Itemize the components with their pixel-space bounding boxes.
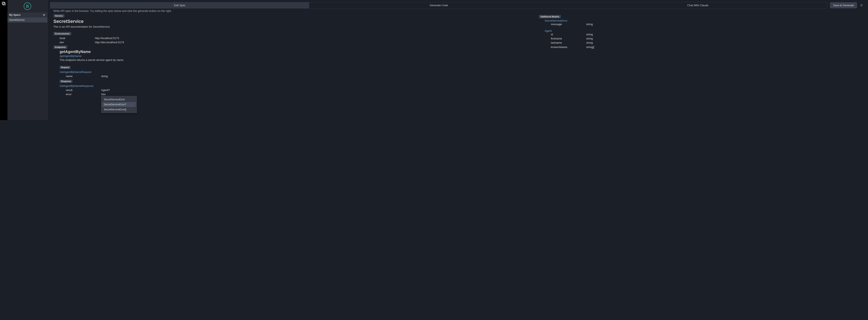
copy-icon[interactable] bbox=[1, 1, 6, 6]
logo-icon bbox=[24, 2, 31, 10]
endpoint-description[interactable]: This endpoint returns a secret service a… bbox=[60, 58, 522, 61]
suggestion-label: SecretServiceError bbox=[104, 98, 125, 101]
main: Edit Spec Generate Code Chat With Claude… bbox=[48, 0, 868, 120]
field-type: string[] bbox=[586, 45, 594, 49]
field-name: firstname bbox=[551, 36, 586, 41]
logo bbox=[7, 0, 48, 12]
tab-chat-with-claude[interactable]: Chat With Claude bbox=[568, 2, 827, 8]
suggestion-item[interactable]: SecretServiceError? bbox=[102, 102, 136, 107]
tab-label: Chat With Claude bbox=[687, 4, 709, 7]
field-name: message bbox=[551, 22, 586, 26]
models-column: Additional Models SecretServiceError mes… bbox=[539, 14, 862, 120]
sidebar-item-secretservice[interactable]: SecretService bbox=[7, 18, 48, 23]
service-tag: Service bbox=[53, 14, 64, 18]
tab-edit-spec[interactable]: Edit Spec bbox=[50, 2, 309, 8]
spec-column: Service SecretService This is an API doc… bbox=[53, 14, 522, 120]
field-name: name bbox=[66, 74, 101, 78]
model-field[interactable]: firstname string bbox=[551, 36, 862, 41]
tab-label: Generate Code bbox=[430, 4, 448, 7]
field-type-input[interactable]: Sec bbox=[101, 92, 106, 96]
model-block: SecretServiceError message string bbox=[539, 19, 862, 26]
field-type: string bbox=[586, 36, 593, 41]
env-name: dev bbox=[60, 40, 95, 45]
environments-tag: Environments bbox=[53, 32, 71, 35]
field-type: Agent? bbox=[101, 88, 110, 92]
tab-generate-code[interactable]: Generate Code bbox=[309, 2, 568, 8]
field-row[interactable]: result Agent? bbox=[66, 88, 522, 92]
tab-label: Edit Spec bbox=[174, 4, 186, 7]
specs-header-label: My Specs bbox=[9, 13, 21, 17]
env-url: http://localhost:5173 bbox=[95, 36, 119, 40]
field-type: string bbox=[586, 41, 593, 45]
sidebar-item-label: SecretService bbox=[9, 19, 25, 21]
field-name: id bbox=[551, 32, 586, 36]
field-name: error bbox=[66, 92, 101, 96]
endpoint-block: getAgentByName /getAgentByName This endp… bbox=[60, 50, 522, 113]
instruction-text: Write API spec in the browser. Try editi… bbox=[48, 9, 868, 14]
model-field[interactable]: id string bbox=[551, 32, 862, 36]
response-type[interactable]: GetAgentByNameResponse bbox=[60, 84, 522, 87]
tabs: Edit Spec Generate Code Chat With Claude bbox=[50, 2, 828, 8]
field-row[interactable]: error Sec bbox=[66, 92, 522, 96]
close-icon[interactable]: ✕ bbox=[860, 3, 863, 8]
specs-header: My Specs bbox=[7, 12, 48, 18]
suggestion-item[interactable]: SecretServiceError[] bbox=[102, 107, 136, 112]
field-type: string bbox=[586, 32, 593, 36]
field-type: string bbox=[101, 74, 108, 78]
env-name: local bbox=[60, 36, 95, 40]
env-url: http://dev.localhost:5174 bbox=[95, 40, 124, 45]
field-name: knownAliases bbox=[551, 45, 586, 49]
content: Service SecretService This is an API doc… bbox=[48, 14, 868, 120]
save-button-label: Save & Generate bbox=[833, 4, 854, 7]
model-name[interactable]: SecretServiceError bbox=[545, 19, 862, 22]
save-generate-button[interactable]: Save & Generate bbox=[830, 2, 857, 8]
svg-rect-0 bbox=[3, 3, 5, 5]
model-block: Agent id string firstname string lastnam… bbox=[539, 29, 862, 49]
request-tag: Request bbox=[60, 66, 71, 69]
autocomplete-popup: SecretServiceError SecretServiceError? S… bbox=[101, 96, 137, 113]
service-description[interactable]: This is an API documentation for SecretS… bbox=[53, 25, 522, 28]
svg-rect-1 bbox=[2, 2, 5, 4]
model-name[interactable]: Agent bbox=[545, 29, 862, 32]
endpoint-name[interactable]: getAgentByName bbox=[60, 50, 522, 54]
field-name: lastname bbox=[551, 41, 586, 45]
add-spec-button[interactable] bbox=[42, 13, 46, 17]
endpoint-path[interactable]: /getAgentByName bbox=[60, 54, 522, 58]
service-title[interactable]: SecretService bbox=[53, 19, 522, 24]
suggestion-label: SecretServiceError? bbox=[104, 103, 126, 106]
field-name: result bbox=[66, 88, 101, 92]
field-type: string bbox=[586, 22, 593, 26]
field-row[interactable]: name string bbox=[66, 74, 522, 78]
env-row[interactable]: dev http://dev.localhost:5174 bbox=[60, 40, 522, 45]
model-field[interactable]: knownAliases string[] bbox=[551, 45, 862, 49]
additional-models-tag: Additional Models bbox=[539, 15, 561, 18]
suggestion-item[interactable]: SecretServiceError bbox=[102, 97, 136, 102]
model-field[interactable]: lastname string bbox=[551, 41, 862, 45]
left-rail bbox=[0, 0, 7, 120]
sidebar: My Specs SecretService bbox=[7, 0, 48, 120]
model-field[interactable]: message string bbox=[551, 22, 862, 26]
topbar: Edit Spec Generate Code Chat With Claude… bbox=[48, 0, 868, 9]
request-type[interactable]: GetAgentByNameRequest bbox=[60, 70, 522, 74]
suggestion-label: SecretServiceError[] bbox=[104, 108, 126, 111]
response-tag: Response bbox=[60, 80, 72, 83]
env-row[interactable]: local http://localhost:5173 bbox=[60, 36, 522, 40]
endpoints-tag: Endpoints bbox=[53, 46, 67, 49]
